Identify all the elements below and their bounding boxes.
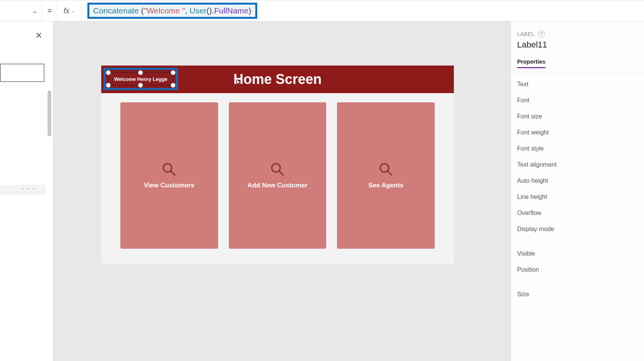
prop-visible[interactable]: Visible xyxy=(517,246,644,262)
formula-input[interactable]: Concatenate ("Welcome ", User().FullName… xyxy=(81,0,644,21)
left-panel: ✕ · · · xyxy=(0,21,53,361)
prop-font-size[interactable]: Font size xyxy=(517,108,644,125)
page-title-text: Home Screen xyxy=(233,71,322,87)
formula-token-prop: FullName xyxy=(214,6,249,15)
welcome-label-text: Welcome Henry Legge xyxy=(114,76,167,82)
app-screen[interactable]: Home Screen Welcome Henry Legge xyxy=(101,66,454,264)
tree-item-more[interactable]: · · · xyxy=(0,185,46,195)
fx-button[interactable]: fx ⌄ xyxy=(58,0,81,21)
prop-font-weight[interactable]: Font weight xyxy=(517,125,644,141)
canvas-area[interactable]: Home Screen Welcome Henry Legge xyxy=(53,21,511,361)
search-icon xyxy=(270,162,285,177)
card-see-agents[interactable]: See Agents xyxy=(337,102,435,249)
card-label: See Agents xyxy=(368,182,404,189)
chevron-down-icon: ⌄ xyxy=(32,7,37,15)
resize-handle-bc[interactable] xyxy=(138,83,143,88)
cursor-icon xyxy=(237,79,242,86)
properties-panel: LABEL ? Label11 Properties Text Font Fon… xyxy=(511,21,644,361)
prop-font[interactable]: Font xyxy=(517,92,644,108)
control-type-label: LABEL ? xyxy=(517,31,644,38)
resize-handle-bl[interactable] xyxy=(106,83,111,88)
svg-line-3 xyxy=(279,171,284,176)
header-band: Home Screen Welcome Henry Legge xyxy=(101,66,454,93)
formula-selection-highlight: Concatenate ("Welcome ", User().FullName… xyxy=(87,3,257,19)
card-view-customers[interactable]: View Customers xyxy=(120,102,218,249)
label-control[interactable]: Welcome Henry Legge xyxy=(108,72,174,86)
fx-label: fx xyxy=(64,7,70,15)
prop-font-style[interactable]: Font style xyxy=(517,141,644,157)
formula-token-fn: Concatenate xyxy=(93,6,139,15)
svg-point-2 xyxy=(272,164,280,172)
search-icon xyxy=(378,162,394,177)
page-title: Home Screen xyxy=(233,71,322,87)
equals-sign: = xyxy=(42,0,58,21)
card-row: View Customers Add New Customer See Agen… xyxy=(120,102,435,249)
resize-handle-tr[interactable] xyxy=(171,70,176,75)
tab-properties[interactable]: Properties xyxy=(517,58,545,68)
control-name-label: Label11 xyxy=(517,40,644,50)
property-list: Text Font Font size Font weight Font sty… xyxy=(517,76,644,302)
formula-token-paren: ( xyxy=(207,6,209,15)
svg-point-4 xyxy=(380,164,389,172)
card-label: Add New Customer xyxy=(248,182,308,189)
property-dropdown[interactable]: ⌄ xyxy=(0,0,42,21)
formula-bar: ⌄ = fx ⌄ Concatenate ("Welcome ", User()… xyxy=(0,0,644,21)
formula-token-fn: User xyxy=(190,6,207,15)
scrollbar[interactable] xyxy=(48,90,51,136)
card-label: View Customers xyxy=(144,182,194,189)
svg-line-1 xyxy=(171,171,175,176)
formula-token-paren: ) xyxy=(249,6,251,15)
prop-line-height[interactable]: Line height xyxy=(517,189,644,205)
formula-token-comma: , xyxy=(185,6,190,15)
search-icon xyxy=(161,162,177,177)
help-icon[interactable]: ? xyxy=(538,31,545,38)
prop-display-mode[interactable]: Display mode xyxy=(517,221,644,237)
chevron-down-icon: ⌄ xyxy=(71,8,75,14)
formula-token-paren: ) xyxy=(209,6,212,15)
svg-point-0 xyxy=(163,164,172,172)
selected-control[interactable]: Welcome Henry Legge xyxy=(104,68,178,90)
resize-handle-br[interactable] xyxy=(171,83,176,88)
divider xyxy=(511,72,644,72)
svg-line-5 xyxy=(388,171,392,176)
prop-auto-height[interactable]: Auto height xyxy=(517,173,644,189)
formula-token-paren: ( xyxy=(141,6,144,15)
resize-handle-tl[interactable] xyxy=(106,70,111,75)
prop-position[interactable]: Position xyxy=(517,262,644,278)
search-input[interactable] xyxy=(0,64,44,82)
control-type-text: LABEL xyxy=(517,31,535,37)
formula-token-string: "Welcome " xyxy=(144,6,185,15)
card-add-new-customer[interactable]: Add New Customer xyxy=(229,102,327,249)
resize-handle-tc[interactable] xyxy=(138,70,143,75)
prop-overflow[interactable]: Overflow xyxy=(517,205,644,221)
prop-text-alignment[interactable]: Text alignment xyxy=(517,157,644,173)
prop-text[interactable]: Text xyxy=(517,76,644,92)
workspace: ✕ · · · Home Screen Welcome Henry Legge xyxy=(0,21,644,361)
prop-size[interactable]: Size xyxy=(517,286,644,302)
close-icon[interactable]: ✕ xyxy=(35,31,42,41)
